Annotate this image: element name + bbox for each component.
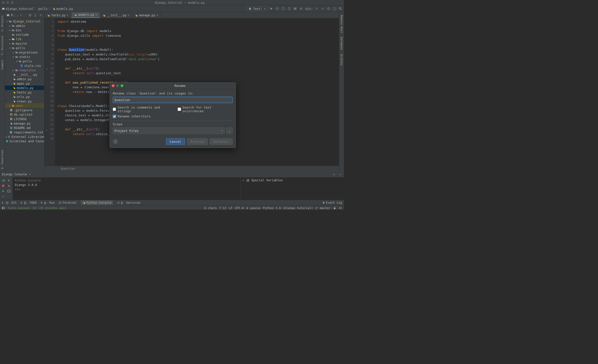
tree-item[interactable]: urls.py: [5, 94, 44, 99]
tab-close-icon[interactable]: ×: [95, 13, 97, 17]
debug-button[interactable]: [275, 7, 279, 11]
tree-item[interactable]: .gitignore: [5, 108, 44, 112]
show-cmd-button[interactable]: [7, 189, 11, 193]
scope-more-button[interactable]: …: [226, 127, 233, 134]
cancel-button[interactable]: Cancel: [166, 138, 185, 145]
structure-tool-tab[interactable]: 7: Structure: [0, 34, 4, 57]
more-button[interactable]: »: [1, 194, 5, 199]
tree-item[interactable]: ▾static: [5, 55, 44, 59]
status-encoding[interactable]: UTF-8: [235, 206, 244, 210]
window-controls[interactable]: [2, 1, 14, 4]
tree-item[interactable]: style.css: [5, 63, 44, 68]
scope-select[interactable]: Project Files ▾: [113, 127, 225, 134]
tree-item[interactable]: ▾polls: [5, 46, 44, 50]
commit-tool-tab[interactable]: Commit: [0, 57, 4, 72]
profile-button[interactable]: [287, 7, 291, 11]
rename-inheritors-checkbox[interactable]: Rename inheritors: [113, 114, 150, 118]
run-line-button[interactable]: [1, 189, 5, 193]
editor-tab[interactable]: __init__.py×: [100, 13, 132, 18]
status-interpreter[interactable]: Python 3.8 (django_tutorial): [263, 206, 313, 210]
tree-item[interactable]: LICENSE: [5, 117, 44, 121]
git-commit-button[interactable]: [321, 7, 325, 11]
select-opened-file-button[interactable]: [28, 13, 32, 17]
dialog-maximize-icon[interactable]: [121, 84, 123, 87]
sciview-tab[interactable]: SciView: [339, 52, 344, 67]
stop-button[interactable]: [299, 7, 303, 11]
status-branch[interactable]: master: [315, 206, 331, 210]
search-text-checkbox[interactable]: Search for text occurrences: [178, 106, 233, 113]
status-line-sep[interactable]: LF: [229, 206, 232, 210]
minimize-icon[interactable]: [6, 1, 9, 4]
preview-button[interactable]: Preview: [187, 138, 208, 145]
tool-window-icon[interactable]: [2, 206, 5, 210]
chevron-down-icon[interactable]: ▾: [20, 13, 22, 17]
git-update-button[interactable]: [315, 7, 319, 11]
tree-item-venv[interactable]: ▸venv: [5, 103, 44, 108]
favorites-tool-tab[interactable]: 2: Favorites: [0, 147, 4, 171]
todo-tab[interactable]: ≡ 6: TODO: [20, 201, 37, 204]
dialog-titlebar[interactable]: Rename: [110, 83, 236, 89]
tab-close-icon[interactable]: ×: [67, 14, 69, 17]
tree-item[interactable]: __init__.py: [5, 72, 44, 77]
tree-item[interactable]: admin.py: [5, 77, 44, 81]
breadcrumb-item[interactable]: models.py: [56, 7, 73, 11]
attach-button[interactable]: [7, 183, 11, 188]
concurrency-button[interactable]: [293, 7, 297, 11]
tree-item-selected[interactable]: models.py: [5, 86, 44, 90]
console-variables[interactable]: ▸ Special Variables: [240, 177, 344, 200]
terminal-tab[interactable]: Terminal: [59, 201, 77, 204]
editor-tab[interactable]: manage.py×: [132, 13, 161, 18]
console-settings-icon[interactable]: [332, 172, 336, 176]
breadcrumb-item[interactable]: django_tutorial: [6, 7, 34, 11]
status-tests[interactable]: Tests passed: 10 (35 minutes ago): [8, 206, 66, 210]
tree-item[interactable]: ▸lib: [5, 37, 44, 41]
tree-item[interactable]: ▾polls: [5, 59, 44, 63]
tree-item[interactable]: ▸bin: [5, 28, 44, 32]
tree-item[interactable]: ▸migrations: [5, 50, 44, 55]
tree-item[interactable]: include: [5, 32, 44, 37]
breadcrumb[interactable]: django_tutorial 〉 polls 〉 models.py: [1, 7, 73, 11]
status-position[interactable]: 7:12: [219, 206, 226, 210]
gutter[interactable]: 123456 78910 ⬇11 12131415161718 19202122…: [44, 18, 55, 166]
services-tab[interactable]: 0: Services: [117, 201, 140, 204]
dialog-close-icon[interactable]: [112, 84, 114, 87]
run-tab[interactable]: 4: Run: [40, 201, 55, 204]
run-config-selector[interactable]: Test: ▾: [247, 6, 267, 11]
settings-button[interactable]: [39, 13, 43, 17]
tree-item[interactable]: tests.py: [5, 90, 44, 94]
tree-item[interactable]: views.py: [5, 99, 44, 103]
event-log-tab[interactable]: Event Log: [322, 201, 342, 204]
tree-item[interactable]: Scratches and Consoles: [5, 139, 44, 143]
memory-icon[interactable]: [339, 206, 342, 210]
tree-root[interactable]: ▾django_tutorial: [5, 19, 44, 23]
editor-breadcrumb[interactable]: Question: [44, 166, 339, 171]
git-rollback-button[interactable]: [333, 7, 336, 11]
tree-item[interactable]: ▸mysite: [5, 41, 44, 46]
tab-close-icon[interactable]: ×: [128, 14, 130, 17]
status-indent[interactable]: 4 spaces: [246, 206, 261, 210]
maximize-icon[interactable]: [11, 1, 14, 4]
tree-item[interactable]: requirements.txt: [5, 130, 44, 134]
project-tree[interactable]: ▾django_tutorial ▸admin ▸bin include ▸li…: [5, 18, 44, 171]
tree-item[interactable]: db.sqlite3: [5, 112, 44, 117]
tree-item[interactable]: manage.py: [5, 121, 44, 126]
git-tab[interactable]: 9: Git: [2, 201, 17, 204]
refactor-button[interactable]: Refactor: [210, 138, 233, 145]
new-console-button[interactable]: [7, 178, 11, 183]
console-output[interactable]: Python Console Django 3.0.6 >>>: [13, 177, 240, 200]
editor-tab-active[interactable]: models.py×: [71, 12, 100, 18]
database-tab[interactable]: Database: [339, 35, 344, 52]
project-header-label[interactable]: P...: [11, 13, 19, 17]
search-everywhere-button[interactable]: [338, 7, 342, 11]
search-comments-checkbox[interactable]: Search in comments and strings: [113, 106, 173, 113]
breadcrumb-item[interactable]: polls: [38, 7, 48, 11]
console-hide-icon[interactable]: —: [338, 172, 342, 176]
stop-console-button[interactable]: [1, 183, 5, 188]
tree-item[interactable]: ▸templates: [5, 68, 44, 72]
editor-tab[interactable]: tests.py×: [44, 13, 71, 18]
run-button[interactable]: [269, 7, 273, 11]
coverage-button[interactable]: [281, 7, 285, 11]
tab-close-icon[interactable]: ×: [156, 14, 158, 17]
console-close-icon[interactable]: ×: [29, 173, 31, 176]
close-icon[interactable]: [2, 1, 5, 4]
